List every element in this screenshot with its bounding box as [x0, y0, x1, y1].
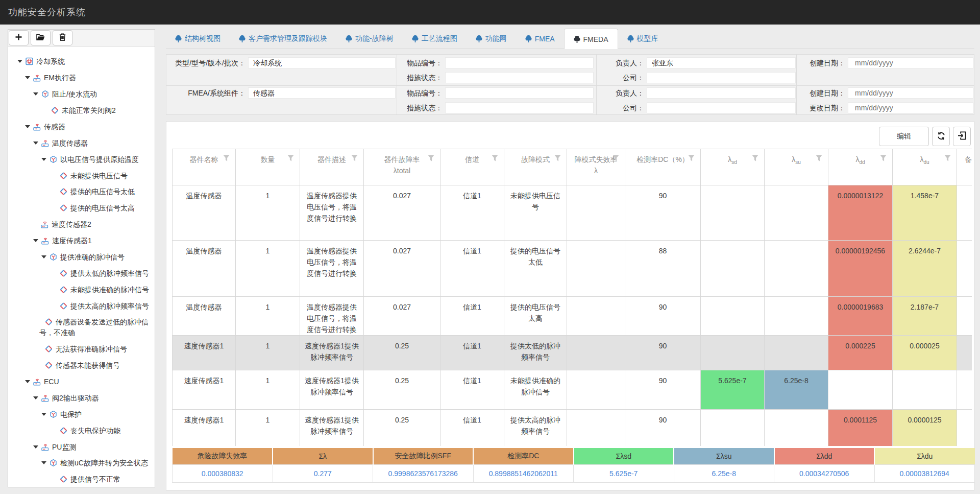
cell	[828, 370, 893, 410]
filter-icon[interactable]	[554, 155, 561, 161]
cell: 信道1	[440, 241, 504, 297]
cell: 0.25	[364, 410, 440, 446]
item-field[interactable]	[445, 72, 594, 83]
tree-item[interactable]: PU监测	[8, 439, 155, 455]
filter-icon[interactable]	[880, 155, 887, 161]
tree-item[interactable]: 传感器设备发送过低的脉冲信号，不准确	[8, 314, 155, 341]
filter-icon[interactable]	[492, 155, 498, 161]
tree-item[interactable]: 提供的电压信号太高	[8, 200, 155, 217]
expand-arrow-icon[interactable]	[41, 413, 46, 416]
tree-item[interactable]: 温度传感器	[8, 135, 155, 151]
tree-item[interactable]: 检测uC故障并转为安全状态	[8, 455, 155, 472]
tree-item[interactable]: 传感器未能获得信号	[8, 358, 155, 374]
tab-模型库[interactable]: 模型库	[618, 29, 668, 49]
expand-arrow-icon[interactable]	[33, 396, 38, 399]
tree-item[interactable]: 未能正常关闭阀2	[8, 103, 155, 119]
tree-item[interactable]: 提供的电压信号太低	[8, 184, 155, 200]
table-row[interactable]: 温度传感器1温度传感器提供电压信号，将温度信号进行转换0.027信道1未能提供电…	[173, 185, 972, 241]
date-field[interactable]: mm/dd/yyyy	[848, 87, 973, 99]
tab-fmeda[interactable]: FMEDA	[564, 29, 618, 49]
item-field[interactable]	[445, 57, 594, 68]
type-field[interactable]: 冷却系统	[248, 57, 396, 68]
cell: 速度传感器1提供脉冲频率信号	[300, 336, 364, 370]
filter-icon[interactable]	[752, 155, 758, 161]
cell	[957, 410, 972, 446]
refresh-button[interactable]	[932, 127, 950, 146]
expand-arrow-icon[interactable]	[41, 255, 46, 258]
tree-item[interactable]: 电保护	[8, 406, 155, 422]
filter-icon[interactable]	[223, 155, 230, 161]
item-field[interactable]	[445, 87, 594, 99]
table-row[interactable]: 速度传感器11速度传感器1提供脉冲频率信号0.25信道1未能提供准确的脉冲信号9…	[173, 370, 972, 410]
add-node-button[interactable]	[9, 30, 29, 45]
export-button[interactable]	[953, 127, 971, 146]
tree-item[interactable]: 未能提供电压信号	[8, 168, 155, 184]
tree-item[interactable]: 提供太低的脉冲频率信号	[8, 265, 155, 281]
tree-item[interactable]: EM执行器	[8, 70, 155, 86]
expand-arrow-icon[interactable]	[25, 125, 30, 128]
failure-icon	[60, 204, 67, 212]
tree-item[interactable]: 丧失电保护功能	[8, 422, 155, 439]
filter-icon[interactable]	[287, 155, 294, 161]
expand-arrow-icon[interactable]	[41, 461, 46, 464]
expand-arrow-icon[interactable]	[33, 92, 38, 96]
filter-icon[interactable]	[944, 155, 951, 161]
expand-arrow-icon[interactable]	[17, 60, 22, 63]
expand-arrow-icon[interactable]	[41, 158, 46, 161]
folder-open-icon	[36, 34, 45, 42]
filter-icon[interactable]	[351, 155, 358, 161]
tab-功能-故障树[interactable]: 功能-故障树	[336, 29, 403, 49]
expand-arrow-icon[interactable]	[33, 142, 38, 145]
summary-header: Σλdd	[774, 448, 875, 464]
tree-item[interactable]: 提供信号不正常	[8, 472, 155, 488]
tree-item[interactable]: 速度传感器2	[8, 217, 155, 233]
tree-item[interactable]: 未能提供准确的脉冲信号	[8, 281, 155, 298]
type-field[interactable]: 传感器	[248, 87, 396, 99]
tree-item[interactable]: 传感器	[8, 119, 155, 135]
delete-node-button[interactable]	[53, 30, 72, 45]
filter-icon[interactable]	[688, 155, 695, 161]
table-row[interactable]: 温度传感器1温度传感器提供电压信号，将温度信号进行转换0.027信道1提供的电压…	[173, 297, 972, 336]
tree-item[interactable]: 速度传感器1	[8, 233, 155, 249]
field-label: 公司：	[597, 72, 644, 83]
filter-icon[interactable]	[428, 155, 434, 161]
cell: 90	[625, 185, 701, 241]
expand-arrow-icon[interactable]	[33, 239, 38, 242]
person-field[interactable]: 张亚东	[647, 57, 796, 68]
cell: 提供太高的脉冲频率信号	[504, 410, 567, 446]
item-field[interactable]	[445, 102, 594, 113]
person-field[interactable]	[647, 72, 796, 83]
tree-item[interactable]: 无法获得准确脉冲信号	[8, 341, 155, 358]
tree-item[interactable]: 阀2输出驱动器	[8, 390, 155, 407]
tree-item[interactable]: 提供准确的脉冲信号	[8, 249, 155, 266]
edit-button[interactable]: 编辑	[879, 127, 929, 146]
tab-功能网[interactable]: 功能网	[467, 29, 516, 49]
person-field[interactable]	[647, 87, 796, 99]
filter-icon[interactable]	[816, 155, 822, 161]
filter-icon[interactable]	[612, 155, 619, 161]
table-row[interactable]: 速度传感器11速度传感器1提供脉冲频率信号0.25信道1提供太低的脉冲频率信号9…	[173, 336, 972, 370]
table-row[interactable]: 温度传感器1温度传感器提供电压信号，将温度信号进行转换0.027信道1提供的电压…	[173, 241, 972, 297]
tree-item[interactable]: 以电压信号提供原始温度	[8, 151, 155, 168]
cell	[765, 241, 828, 297]
tree-item[interactable]: 阻止/使水流动	[8, 86, 155, 103]
tab-fmea[interactable]: FMEA	[516, 29, 564, 49]
failure-icon	[60, 269, 67, 277]
expand-arrow-icon[interactable]	[25, 76, 30, 79]
cell: 1	[236, 336, 300, 370]
date-field[interactable]: mm/dd/yyyy	[848, 57, 973, 68]
date-field[interactable]: mm/dd/yyyy	[848, 102, 973, 113]
expand-arrow-icon[interactable]	[33, 445, 38, 449]
tab-客户需求管理及跟踪模块[interactable]: 客户需求管理及跟踪模块	[230, 29, 336, 49]
summary-value: 5.625e-7	[574, 464, 674, 482]
tree-item[interactable]: ECU	[8, 374, 155, 390]
tree-item[interactable]: 提供太高的脉冲频率信号	[8, 298, 155, 314]
expand-arrow-icon[interactable]	[25, 380, 30, 383]
tab-工艺流程图[interactable]: 工艺流程图	[403, 29, 467, 49]
tree-item[interactable]: 冷却系统	[8, 54, 155, 70]
table-row[interactable]: 速度传感器11速度传感器1提供脉冲频率信号0.25信道1提供太高的脉冲频率信号9…	[173, 410, 972, 446]
open-folder-button[interactable]	[31, 30, 51, 45]
tab-结构树视图[interactable]: 结构树视图	[166, 29, 230, 49]
fmeda-table-scroll[interactable]: 器件名称数量器件描述器件故障率λtotal信道故障模式障模式失效率λ检测率DC（…	[172, 149, 972, 446]
person-field[interactable]	[647, 102, 796, 113]
